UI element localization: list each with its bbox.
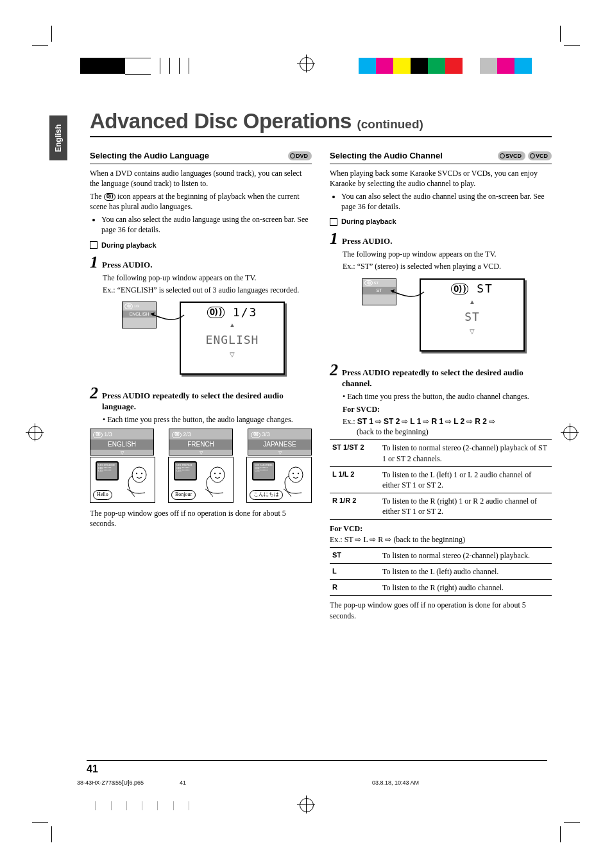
pill-vcd: VCD bbox=[528, 151, 552, 160]
step-2-text: Press AUDIO repeatedly to select the des… bbox=[102, 390, 312, 413]
step-2-num-r: 2 bbox=[330, 362, 338, 379]
square-icon bbox=[90, 241, 98, 249]
grayscale-patch bbox=[80, 58, 189, 74]
svg-point-8 bbox=[298, 473, 299, 474]
mockup-large-popup-r: O)) ST ▲ ST ▽ bbox=[420, 278, 525, 352]
table-row: RTo listen to the R (right) audio channe… bbox=[330, 580, 552, 596]
section-header-audio-language: Selecting the Audio Language DVD bbox=[90, 150, 312, 164]
intro-bullets: You can also select the audio language u… bbox=[90, 214, 312, 235]
step-1-sub-2: Ex.: “ENGLISH” is selected out of 3 audi… bbox=[103, 285, 312, 295]
people-item: CH1 FRENCHCH2 ******CH3 ****** Bonjour bbox=[168, 457, 234, 503]
title-rule bbox=[90, 136, 552, 137]
step-2-bullet-r: • Each time you press the button, the au… bbox=[343, 391, 552, 402]
step-1-text-r: Press AUDIO. bbox=[342, 235, 392, 247]
grayscale-patch-bottom bbox=[80, 801, 189, 810]
svcd-label: For SVCD: bbox=[343, 404, 552, 414]
section-label: Selecting the Audio Channel bbox=[330, 150, 443, 162]
table-row: ST 1/ST 2To listen to normal stereo (2-c… bbox=[330, 440, 552, 466]
crop-top bbox=[0, 0, 612, 83]
svg-point-4 bbox=[214, 473, 216, 474]
crop-corner-tl bbox=[32, 26, 58, 51]
step-1-sub-1-r: The following pop-up window appears on t… bbox=[343, 249, 552, 259]
mockup-english-popup: O)) 1/3 ENGLISH O)) 1/3 ▲ ENGLISH ▽ bbox=[122, 302, 289, 379]
svcd-back-note: (back to the beginning) bbox=[357, 427, 552, 437]
registration-target-right bbox=[561, 423, 586, 449]
step-2-bullet: • Each time you press the button, the au… bbox=[103, 414, 312, 425]
step-1-text: Press AUDIO. bbox=[102, 259, 152, 271]
section-label: Selecting the Audio Language bbox=[90, 150, 209, 162]
mockup-large-popup: O)) 1/3 ▲ ENGLISH ▽ bbox=[180, 302, 285, 375]
intro-para-2: The O)) icon appears at the beginning of… bbox=[90, 191, 312, 212]
registration-target-top bbox=[297, 55, 315, 72]
svg-point-0 bbox=[132, 467, 146, 482]
popup-row: O)) 1/3ENGLISH▽O)) 2/3FRENCH▽O)) 3/3JAPA… bbox=[90, 429, 312, 455]
during-playback-label-r: During playback bbox=[330, 217, 552, 226]
leader-arrow-r bbox=[387, 288, 426, 307]
registration-target-left bbox=[26, 423, 51, 449]
vcd-example: Ex.: ST ⇨ L ⇨ R ⇨ (back to the beginning… bbox=[330, 534, 552, 545]
svg-point-2 bbox=[141, 473, 142, 474]
svg-point-3 bbox=[210, 467, 225, 482]
title-continued: (continued) bbox=[357, 117, 423, 131]
during-playback-label: During playback bbox=[90, 241, 312, 250]
step-1-num: 1 bbox=[90, 254, 98, 271]
step-2-num: 2 bbox=[90, 385, 98, 402]
title-main: Advanced Disc Operations bbox=[90, 109, 352, 133]
page: English Advanced Disc Operations (contin… bbox=[0, 0, 612, 868]
people-row: CH1 ENGLISHCH2 ******CH3 ****** Hello CH… bbox=[90, 457, 312, 503]
disc-pills: SVCD VCD bbox=[498, 151, 552, 160]
people-item: CH1 JAPANESECH2 ******CH3 ****** こんにちは bbox=[246, 457, 312, 503]
crop-bottom bbox=[0, 785, 612, 868]
pill-dvd: DVD bbox=[288, 151, 312, 160]
crop-corner-tr bbox=[554, 26, 580, 51]
closing-note-right: The pop-up window goes off if no operati… bbox=[330, 600, 552, 620]
color-bar bbox=[359, 58, 532, 74]
people-item: CH1 ENGLISHCH2 ******CH3 ****** Hello bbox=[90, 457, 155, 503]
intro-bullet-1: You can also select the audio language u… bbox=[101, 214, 312, 235]
step-2-text-r: Press AUDIO repeatedly to select the des… bbox=[342, 367, 552, 389]
intro-para-1: When a DVD contains audio languages (sou… bbox=[90, 168, 312, 189]
svcd-table: ST 1/ST 2To listen to normal stereo (2-c… bbox=[330, 439, 552, 520]
pill-svcd: SVCD bbox=[498, 151, 525, 160]
table-row: STTo listen to normal stereo (2-channel)… bbox=[330, 547, 552, 563]
mockup-st-popup: O)) ST ST O)) ST ▲ ST ▽ bbox=[362, 278, 529, 355]
closing-note-left: The pop-up window goes off if no operati… bbox=[90, 508, 312, 529]
column-right: Selecting the Audio Channel SVCD VCD Whe… bbox=[330, 150, 552, 625]
popup-item: O)) 2/3FRENCH▽ bbox=[169, 429, 233, 455]
svg-point-1 bbox=[136, 473, 137, 474]
column-left: Selecting the Audio Language DVD When a … bbox=[90, 150, 312, 625]
table-row: R 1/R 2To listen to the R (right) 1 or R… bbox=[330, 493, 552, 520]
columns: Selecting the Audio Language DVD When a … bbox=[90, 150, 552, 625]
table-row: LTo listen to the L (left) audio channel… bbox=[330, 564, 552, 580]
table-row: L 1/L 2To listen to the L (left) 1 or L … bbox=[330, 466, 552, 493]
crop-corner-bl bbox=[32, 817, 58, 842]
section-header-audio-channel: Selecting the Audio Channel SVCD VCD bbox=[330, 150, 552, 164]
popup-item: O)) 3/3JAPANESE▽ bbox=[248, 429, 312, 455]
square-icon bbox=[330, 218, 337, 226]
popup-item: O)) 1/3ENGLISH▽ bbox=[90, 429, 154, 455]
step-1-sub-2-r: Ex.: “ST” (stereo) is selected when play… bbox=[343, 261, 552, 271]
content: Advanced Disc Operations (continued) Sel… bbox=[90, 109, 552, 625]
registration-target-bottom bbox=[297, 796, 315, 813]
step-2-row-r: 2 Press AUDIO repeatedly to select the d… bbox=[330, 362, 552, 389]
crop-corner-br bbox=[554, 817, 580, 842]
step-1-row: 1 Press AUDIO. bbox=[90, 254, 312, 271]
svg-point-5 bbox=[219, 473, 221, 474]
intro-bullet-1-r: You can also select the audio channel us… bbox=[341, 191, 552, 212]
intro-bullets-r: You can also select the audio channel us… bbox=[330, 191, 552, 212]
svg-point-7 bbox=[293, 473, 294, 474]
page-number: 41 bbox=[87, 760, 547, 775]
vcd-table: STTo listen to normal stereo (2-channel)… bbox=[330, 547, 552, 597]
language-tab: English bbox=[49, 115, 67, 160]
step-2-row: 2 Press AUDIO repeatedly to select the d… bbox=[90, 385, 312, 413]
step-1-sub-1: The following pop-up window appears on t… bbox=[103, 273, 312, 283]
page-title: Advanced Disc Operations (continued) bbox=[90, 109, 552, 133]
disc-pills: DVD bbox=[288, 151, 312, 160]
leader-arrow bbox=[148, 311, 186, 330]
intro-para-1-r: When playing back some Karaoke SVCDs or … bbox=[330, 168, 552, 189]
vcd-label: For VCD: bbox=[330, 523, 552, 534]
svcd-example: Ex.: ST 1 ⇨ ST 2 ⇨ L 1 ⇨ R 1 ⇨ L 2 ⇨ R 2… bbox=[343, 416, 552, 427]
step-1-num-r: 1 bbox=[330, 230, 338, 247]
step-1-row-r: 1 Press AUDIO. bbox=[330, 230, 552, 247]
svg-point-6 bbox=[289, 467, 303, 482]
